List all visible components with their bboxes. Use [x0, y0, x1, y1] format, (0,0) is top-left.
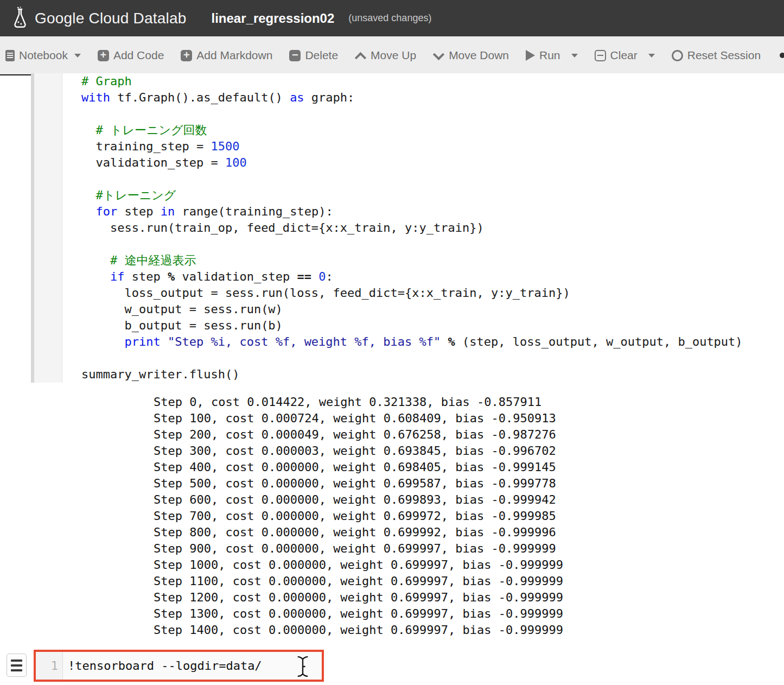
code-token [81, 205, 96, 218]
minus-square-icon [289, 50, 301, 61]
chevron-down-icon [74, 54, 81, 61]
code-token: % [448, 335, 455, 348]
notebook-icon [5, 50, 15, 61]
code-token: 100 [225, 156, 247, 169]
cell-output: Step 0, cost 0.014422, weight 0.321338, … [154, 394, 563, 638]
add-markdown-button[interactable]: Add Markdown [181, 49, 272, 62]
code-token: with [81, 91, 110, 104]
code-token: step [117, 205, 160, 218]
code-token: # 途中経過表示 [110, 253, 196, 267]
code-line [81, 171, 784, 187]
code-token: print [124, 335, 160, 348]
output-line: Step 900, cost 0.000000, weight 0.699997… [154, 541, 563, 557]
clear-icon [595, 50, 606, 61]
datalab-flask-icon [12, 7, 28, 30]
output-line: Step 1300, cost 0.000000, weight 0.69999… [154, 606, 563, 622]
output-line: Step 1200, cost 0.000000, weight 0.69999… [154, 589, 563, 606]
code-line: #トレーニング [81, 187, 784, 204]
brand-text: Google Cloud Datalab [35, 10, 187, 27]
move-down-label: Move Down [449, 49, 509, 62]
code-token: training_step = [81, 139, 211, 153]
app-header: Google Cloud Datalab linear_regression02… [0, 0, 784, 36]
code-token: graph: [304, 91, 355, 104]
code-token: "Step %i, cost %f, weight %f, bias %f" [168, 335, 441, 348]
code-line: if step % validation_step == 0: [81, 269, 784, 285]
code-line: loss_output = sess.run(loss, feed_dict={… [81, 285, 784, 301]
highlight-box: 1 !tensorboard --logdir=data/ [34, 650, 324, 682]
code-token [81, 123, 96, 137]
code-token: % [168, 270, 175, 283]
output-line: Step 600, cost 0.000000, weight 0.699893… [154, 492, 563, 508]
output-line: Step 0, cost 0.014422, weight 0.321338, … [154, 394, 563, 410]
notebook-menu-button[interactable]: Notebook [5, 49, 81, 62]
cell-input[interactable]: !tensorboard --logdir=data/ [63, 652, 322, 680]
code-token: as [290, 91, 304, 104]
chevron-up-icon [355, 50, 366, 61]
run-label: Run [539, 49, 560, 62]
output-line: Step 400, cost 0.000000, weight 0.698405… [154, 459, 563, 475]
code-token [81, 270, 110, 283]
code-token [81, 188, 96, 202]
code-line: for step in range(training_step): [81, 204, 784, 220]
code-line: # Graph [81, 73, 784, 90]
code-line: b_output = sess.run(b) [81, 318, 784, 334]
clear-button[interactable]: Clear [595, 49, 655, 62]
code-token: # Graph [81, 74, 132, 88]
code-token: loss_output = sess.run(loss, feed_dict={… [81, 286, 570, 300]
code-line [81, 350, 784, 366]
code-line: print "Step %i, cost %f, weight %f, bias… [81, 334, 784, 350]
code-token [161, 335, 168, 348]
clear-dropdown-caret-icon[interactable] [648, 54, 655, 61]
delete-button[interactable]: Delete [289, 49, 338, 62]
add-code-button[interactable]: Add Code [98, 49, 164, 62]
move-down-button[interactable]: Move Down [433, 49, 509, 62]
output-line: Step 800, cost 0.000000, weight 0.699992… [154, 524, 563, 541]
clear-label: Clear [610, 49, 638, 62]
delete-label: Delete [305, 49, 338, 62]
code-token: 1500 [211, 139, 239, 153]
output-line: Step 300, cost 0.000003, weight 0.693845… [154, 443, 563, 459]
cell-gutter [34, 73, 62, 383]
code-token: validation_step = [81, 156, 225, 169]
notebook-menu-label: Notebook [19, 49, 68, 62]
ibeam-cursor-icon [296, 655, 309, 680]
reset-session-button[interactable]: Reset Session [672, 49, 761, 62]
plus-square-icon [181, 50, 192, 61]
code-line: training_step = 1500 [81, 138, 784, 155]
code-token: range(training_step): [175, 205, 333, 218]
reset-session-label: Reset Session [687, 49, 761, 62]
move-up-button[interactable]: Move Up [355, 49, 416, 62]
add-code-label: Add Code [113, 49, 164, 62]
output-line: Step 1400, cost 0.000000, weight 0.69999… [154, 622, 563, 638]
code-token: == [297, 270, 311, 283]
output-line: Step 1100, cost 0.000000, weight 0.69999… [154, 573, 563, 589]
code-token: b_output = sess.run(b) [81, 319, 283, 332]
chevron-down-icon [433, 50, 444, 61]
cell-menu-button[interactable] [7, 654, 27, 677]
code-line: # 途中経過表示 [81, 252, 784, 269]
play-icon [526, 50, 535, 61]
move-up-label: Move Up [371, 49, 416, 62]
code-line [81, 106, 784, 122]
hamburger-icon [11, 659, 22, 662]
unsaved-changes-status: (unsaved changes) [348, 12, 431, 24]
run-button[interactable]: Run [526, 49, 578, 62]
code-token: validation_step [175, 270, 297, 283]
code-token: summary_writer.flush() [81, 367, 239, 381]
code-line [81, 236, 784, 252]
code-line: summary_writer.flush() [81, 366, 784, 383]
code-token [311, 270, 318, 283]
notebook-toolbar: Notebook Add Code Add Markdown Delete Mo… [0, 36, 784, 75]
output-line: Step 500, cost 0.000000, weight 0.699587… [154, 475, 563, 492]
circle-icon [672, 50, 683, 61]
code-token: (step, loss_output, w_output, b_output) [455, 335, 743, 348]
line-number: 1 [36, 652, 63, 680]
code-token: # トレーニング回数 [96, 123, 207, 137]
code-line: w_output = sess.run(w) [81, 301, 784, 318]
run-dropdown-caret-icon[interactable] [571, 54, 578, 61]
code-token [81, 335, 124, 348]
output-line: Step 200, cost 0.000049, weight 0.676258… [154, 427, 563, 443]
code-token: #トレーニング [96, 188, 176, 202]
code-token: in [161, 205, 175, 218]
code-editor[interactable]: # Graphwith tf.Graph().as_default() as g… [62, 73, 784, 383]
